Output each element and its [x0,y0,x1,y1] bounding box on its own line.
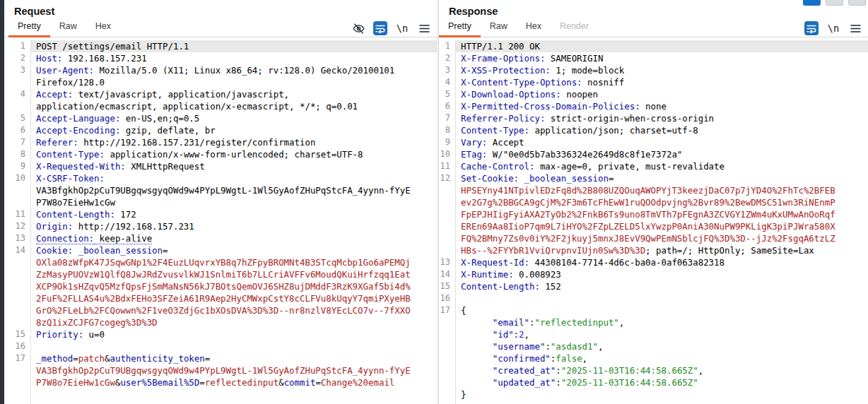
code-segment: user%5Bemail%5D [120,377,199,388]
tab-pretty[interactable]: Pretty [439,18,481,37]
code-line: 10X-CSRF-Token: VA3BfgkhOp2pCuT9UBgqwsgy… [4,172,437,208]
show-newlines-icon[interactable]: \n [826,21,840,35]
code-line-content[interactable]: Content-Type: application/json; charset=… [455,124,868,136]
code-segment: "username" [493,341,546,352]
request-panel: Request PrettyRawHex \n 1POST /settings/… [4,0,438,404]
wrap-icon-background [373,21,387,35]
code-line-content[interactable]: X-XSS-Protection: 1; mode=block [455,64,868,76]
code-line-content[interactable]: ETag: W/"0e0d5b7ab336324e2649d8c8f1e7372… [455,148,868,160]
code-line-content[interactable]: X-Request-Id: 44308104-7714-4d6c-ba0a-0a… [455,256,868,268]
code-line: 12Set-Cookie: _boolean_session= HPSEYny4… [439,172,868,256]
code-segment: Accept: [36,89,73,100]
code-segment: "reflectedinput" [534,317,618,328]
code-segment: none [640,101,667,112]
code-line-content[interactable]: Accept-Language: en-US,en;q=0.5 [30,112,437,124]
code-line-content[interactable]: Referer: http://192.168.157.231/register… [30,136,437,148]
code-segment: Content-Length: [461,281,540,292]
code-segment: Priority: [36,329,83,340]
menu-icon[interactable] [417,21,431,35]
code-line-content[interactable] [30,340,437,352]
code-segment: "id" [493,329,514,340]
line-number: 15 [4,328,30,340]
code-segment: 172 [115,209,136,220]
code-line-content[interactable]: _method=patch&authenticity_token= VA3Bfg… [30,352,437,388]
code-line-content[interactable]: Set-Cookie: _boolean_session= HPSEYny41N… [455,172,868,256]
code-segment: 192.168.157.231 [62,53,146,64]
code-line-content[interactable]: HTTP/1.1 200 OK [455,40,868,52]
code-segment: } [461,389,466,400]
code-line-content[interactable]: Content-Length: 172 [30,208,437,220]
code-line-content[interactable]: X-Download-Options: noopen [455,88,868,100]
eye-off-icon[interactable] [351,21,365,35]
line-number: 6 [4,124,30,136]
code-line-content[interactable]: POST /settings/email HTTP/1.1 [30,40,437,52]
code-line-content[interactable]: Referrer-Policy: strict-origin-when-cros… [455,112,868,124]
code-line-content[interactable]: Connection: keep-alive [30,232,437,244]
code-line-content[interactable]: Content-Length: 152 [455,280,868,292]
line-number: 7 [4,136,30,148]
code-line-content[interactable]: Origin: http://192.168.157.231 [30,220,437,232]
request-editor[interactable]: 1POST /settings/email HTTP/1.12Host: 192… [4,37,437,404]
soft-wrap-icon[interactable] [373,21,387,35]
code-segment: application/json; charset=utf-8 [529,125,698,136]
show-newlines-icon[interactable]: \n [395,21,409,35]
code-segment: HTTP/1.1 200 OK [461,41,540,52]
tab-raw[interactable]: Raw [481,18,517,37]
code-line-content[interactable]: X-Frame-Options: SAMEORIGIN [455,52,868,64]
code-line-content[interactable]: X-Content-Type-Options: nosniff [455,76,868,88]
clipped-button-gray-2[interactable] [848,0,866,6]
code-segment: "2025-11-03T16:44:58.665Z" [561,365,698,376]
line-number: 11 [4,208,30,220]
line-number: 7 [439,112,455,124]
clipped-button-blue[interactable] [803,0,821,6]
code-line-content[interactable]: X-Runtime: 0.008923 [455,268,868,280]
response-editor[interactable]: 1HTTP/1.1 200 OK2X-Frame-Options: SAMEOR… [439,37,868,404]
code-segment: Referer: [36,137,78,148]
code-line-content[interactable]: Cache-Control: max-age=0, private, must-… [455,160,868,172]
code-segment: 2 [519,329,524,340]
tab-hex[interactable]: Hex [86,18,120,37]
code-line: 15Content-Length: 152 [439,280,868,292]
code-segment: = [205,353,210,364]
code-segment: = [73,353,78,364]
code-line-content[interactable]: Accept-Encoding: gzip, deflate, br [30,124,437,136]
line-number: 13 [439,256,455,268]
code-segment: X-Content-Type-Options: [461,77,582,88]
code-line-content[interactable]: Host: 192.168.157.231 [30,52,437,64]
line-number: 9 [4,160,30,172]
code-line: 14X-Runtime: 0.008923 [439,268,868,280]
line-number: 1 [4,40,30,52]
code-line-content[interactable]: Vary: Accept [455,136,868,148]
soft-wrap-icon[interactable] [804,21,819,35]
code-line-content[interactable]: User-Agent: Mozilla/5.0 (X11; Linux x86_… [30,64,437,88]
clipped-button-gray-1[interactable] [826,0,843,6]
code-line-content[interactable]: Cookie: _boolean_session= OXla08zWfpK47J… [30,244,437,328]
line-number: 17 [439,304,455,400]
code-segment: Referrer-Policy: [461,113,545,124]
code-segment: nosniff [582,77,625,88]
code-line-content[interactable]: Priority: u=0 [30,328,437,340]
code-line-content[interactable]: X-CSRF-Token: VA3BfgkhOp2pCuT9UBgqwsgyqO… [30,172,437,208]
code-line-content[interactable]: X-Permitted-Cross-Domain-Policies: none [455,100,868,112]
code-line: 1POST /settings/email HTTP/1.1 [4,40,437,52]
code-segment: X-Requested-With: [36,161,126,172]
code-line-content[interactable]: X-Requested-With: XMLHttpRequest [30,160,437,172]
code-segment: application/x-www-form-urlencoded; chars… [105,149,363,160]
code-segment: W/"0e0d5b7ab336324e2649d8c8f1e7372a" [487,149,682,160]
tab-hex[interactable]: Hex [517,18,551,37]
tab-raw[interactable]: Raw [50,18,86,37]
code-segment: commit [284,377,316,388]
code-segment: Content-Length: [36,209,115,220]
tab-pretty[interactable]: Pretty [8,18,50,37]
code-segment: reflectedinput [205,377,278,388]
menu-icon[interactable] [848,21,862,35]
code-line-content[interactable]: Accept: text/javascript, application/jav… [30,88,437,112]
code-segment: text/javascript, application/javascript,… [36,89,358,112]
code-line-content[interactable]: Content-Type: application/x-www-form-url… [30,148,437,160]
code-line: 3X-XSS-Protection: 1; mode=block [439,64,868,76]
code-segment: X-Download-Options: [461,89,561,100]
code-line-content[interactable]: { "email":"reflectedinput", "id":2, "use… [455,304,868,400]
code-segment: VA3BfgkhOp2pCuT9UBgqwsgyqOWd9w4PYpL9WgtL… [36,185,411,208]
tab-render[interactable]: Render [551,18,598,37]
code-line-content[interactable] [455,292,868,304]
